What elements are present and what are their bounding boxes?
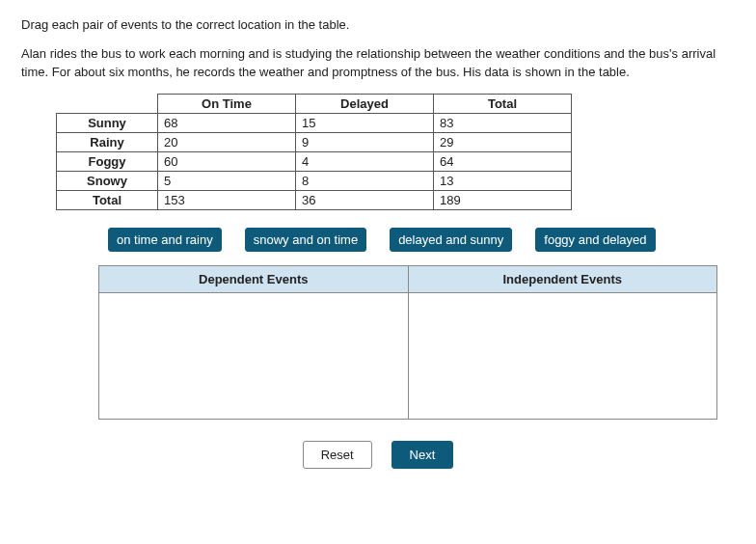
table-cell: 153 [158, 190, 296, 209]
col-header-delayed: Delayed [296, 94, 434, 113]
row-label: Rainy [57, 132, 158, 151]
chip-delayed-and-sunny[interactable]: delayed and sunny [390, 228, 512, 252]
table-corner [57, 94, 158, 113]
table-cell: 64 [434, 151, 572, 171]
table-cell: 29 [434, 132, 572, 151]
col-header-total: Total [434, 94, 572, 113]
drop-zone-independent[interactable] [409, 293, 717, 419]
drop-zone-dependent[interactable] [99, 293, 409, 419]
table-cell: 13 [434, 171, 572, 190]
row-label: Snowy [57, 171, 158, 190]
data-table-wrap: On Time Delayed Total Sunny 68 15 83 Rai… [56, 94, 735, 210]
table-row: Foggy 60 4 64 [57, 151, 572, 171]
table-row: Sunny 68 15 83 [57, 113, 572, 132]
table-header-row: On Time Delayed Total [57, 94, 572, 113]
table-cell: 15 [296, 113, 434, 132]
drop-table: Dependent Events Independent Events [98, 265, 717, 420]
action-row: Reset Next [21, 441, 735, 469]
table-cell: 4 [296, 151, 434, 171]
reset-button[interactable]: Reset [303, 441, 372, 469]
table-row: Snowy 5 8 13 [57, 171, 572, 190]
context-text: Alan rides the bus to work each morning … [21, 45, 735, 82]
table-cell: 60 [158, 151, 296, 171]
drop-header-dependent: Dependent Events [99, 266, 409, 293]
table-cell: 36 [296, 190, 434, 209]
table-cell: 20 [158, 132, 296, 151]
data-table: On Time Delayed Total Sunny 68 15 83 Rai… [56, 94, 572, 210]
instruction-text: Drag each pair of events to the correct … [21, 17, 735, 32]
col-header-ontime: On Time [158, 94, 296, 113]
row-label: Total [57, 190, 158, 209]
table-cell: 5 [158, 171, 296, 190]
drop-header-row: Dependent Events Independent Events [99, 266, 716, 293]
chip-snowy-and-on-time[interactable]: snowy and on time [245, 228, 366, 252]
row-label: Foggy [57, 151, 158, 171]
chip-on-time-and-rainy[interactable]: on time and rainy [108, 228, 222, 252]
table-cell: 9 [296, 132, 434, 151]
chip-row: on time and rainy snowy and on time dela… [108, 228, 735, 252]
chip-foggy-and-delayed[interactable]: foggy and delayed [535, 228, 655, 252]
table-cell: 189 [434, 190, 572, 209]
table-cell: 8 [296, 171, 434, 190]
table-cell: 83 [434, 113, 572, 132]
table-cell: 68 [158, 113, 296, 132]
next-button[interactable]: Next [392, 441, 454, 469]
table-row: Total 153 36 189 [57, 190, 572, 209]
drop-header-independent: Independent Events [409, 266, 717, 293]
table-row: Rainy 20 9 29 [57, 132, 572, 151]
drop-body [99, 293, 716, 419]
row-label: Sunny [57, 113, 158, 132]
